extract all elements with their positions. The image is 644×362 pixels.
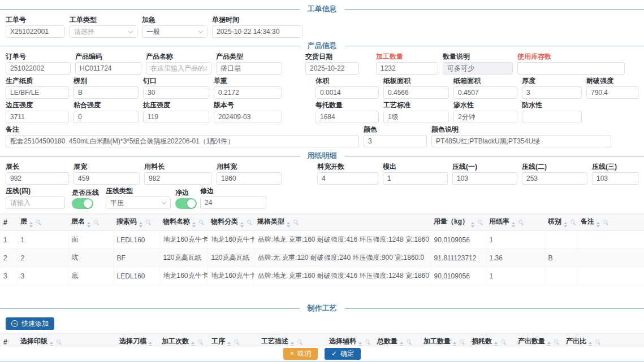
field-label: 产品名称 (146, 53, 211, 60)
seepage-input[interactable] (453, 111, 517, 123)
sort-icon[interactable] (597, 222, 600, 228)
search-icon[interactable] (595, 339, 599, 343)
search-icon[interactable] (365, 339, 369, 343)
box-area-input[interactable] (453, 86, 517, 99)
spread-width-input[interactable] (74, 172, 140, 185)
spread-length-input[interactable] (6, 172, 69, 185)
field-crease-1: 压线(一) (452, 163, 517, 185)
search-icon[interactable] (501, 339, 505, 343)
search-icon[interactable] (460, 339, 464, 343)
table-row[interactable]: 3 3 底 LEDL160 地龙160克牛卡纸 地龙160克牛卡纸 品牌:地龙 … (0, 267, 644, 285)
thickness-input[interactable] (522, 86, 582, 99)
sort-icon[interactable] (87, 222, 90, 228)
col-header-remark[interactable]: 备注 (577, 214, 644, 231)
search-icon[interactable] (554, 339, 558, 343)
crease-type-select[interactable]: 平压 (106, 197, 171, 209)
sort-icon[interactable] (512, 222, 515, 228)
table-row[interactable]: 2 2 坑 BF 120克高瓦纸 120克高瓦纸 品牌:无 克重:120 耐破强… (0, 249, 644, 267)
search-icon[interactable] (407, 339, 410, 343)
sort-icon[interactable] (564, 222, 567, 228)
col-header-spec-type[interactable]: 规格类型 (254, 214, 430, 231)
sort-icon[interactable] (29, 222, 33, 228)
order-no-input[interactable] (6, 62, 71, 75)
col-header-material-class[interactable]: 物料分类 (208, 214, 254, 231)
per-pallet-input[interactable] (315, 111, 379, 123)
doc-time-input[interactable] (212, 25, 302, 38)
color-count-input[interactable] (364, 135, 427, 147)
search-icon[interactable] (234, 339, 238, 343)
col-header-usage-kg[interactable]: 用量（kg） (430, 214, 486, 231)
waterproof-input[interactable] (522, 111, 582, 123)
search-icon[interactable] (478, 220, 482, 224)
col-header-layer-name[interactable]: 层名 (68, 214, 113, 231)
work-order-no-input[interactable] (6, 25, 65, 38)
sort-icon[interactable] (192, 222, 196, 228)
col-header-layer[interactable]: 层 (17, 214, 68, 231)
search-icon[interactable] (247, 220, 251, 224)
is-crease-toggle[interactable] (72, 198, 93, 209)
search-icon[interactable] (518, 220, 522, 224)
work-order-form-page: 工单信息 工单号 工单类型 请选择 加急 一般 单据时间 (0, 0, 644, 362)
quick-add-button[interactable]: 快速添加 (6, 317, 54, 330)
section-divider-product: 产品信息 (0, 41, 644, 50)
field-product-name: 产品名称 (146, 53, 211, 75)
sort-icon[interactable] (287, 222, 290, 228)
table-row[interactable]: 1 1 面 LEDL160 地龙160克牛卡纸 地龙160克牛卡纸 品牌:地龙 … (0, 231, 644, 249)
crease3-input[interactable] (592, 172, 638, 185)
compress-input[interactable] (143, 111, 209, 123)
chevron-down-icon (128, 29, 133, 33)
search-icon[interactable] (293, 220, 297, 224)
edge-crush-input[interactable] (6, 111, 69, 123)
product-type-input[interactable] (216, 62, 282, 75)
col-header-paper-rate[interactable]: 用纸率 (486, 214, 544, 231)
clean-edge-toggle[interactable] (175, 198, 197, 209)
crease2-input[interactable] (522, 172, 587, 185)
urgent-select[interactable]: 一般 (142, 25, 208, 38)
burst-input[interactable] (586, 86, 638, 99)
flute-input[interactable] (74, 86, 139, 99)
sort-icon[interactable] (471, 222, 474, 228)
trim-input[interactable] (200, 197, 266, 209)
search-icon[interactable] (199, 220, 203, 224)
crease4-input[interactable] (6, 197, 65, 209)
search-icon[interactable] (297, 339, 301, 343)
product-name-input[interactable] (146, 62, 211, 75)
col-header-material-name[interactable]: 物料名称 (159, 214, 208, 231)
crease1-input[interactable] (452, 172, 517, 185)
paper-quality-input[interactable] (6, 86, 69, 99)
width-cuts-input[interactable] (317, 172, 378, 185)
search-icon[interactable] (570, 220, 574, 224)
material-length-input[interactable] (144, 172, 212, 185)
search-icon[interactable] (57, 339, 60, 343)
sort-icon[interactable] (139, 222, 142, 228)
work-order-type-select[interactable]: 请选择 (70, 25, 137, 38)
search-icon[interactable] (94, 220, 98, 224)
col-header-search-code[interactable]: 搜索码 (113, 214, 159, 231)
confirm-button[interactable]: ✓ 确定 (325, 348, 361, 360)
volume-input[interactable] (315, 86, 379, 99)
staple-input[interactable] (143, 86, 209, 99)
search-icon[interactable] (36, 220, 40, 224)
use-stock-input[interactable] (517, 62, 625, 75)
search-icon[interactable] (146, 220, 150, 224)
search-icon[interactable] (198, 339, 202, 343)
die-out-input[interactable] (383, 172, 448, 185)
divider-line (345, 308, 644, 309)
unit-weight-input[interactable] (214, 86, 282, 99)
col-header-flute[interactable]: 楞别 (544, 214, 577, 231)
craft-std-input[interactable] (383, 111, 449, 123)
section-title-product: 产品信息 (300, 41, 345, 51)
color-desc-input[interactable] (431, 135, 611, 147)
search-icon[interactable] (603, 220, 607, 224)
cancel-button[interactable]: × 取消 (283, 348, 318, 360)
version-input[interactable] (214, 111, 282, 123)
process-qty-input[interactable] (376, 62, 438, 75)
bond-input[interactable] (74, 111, 139, 123)
board-area-input[interactable] (383, 86, 449, 99)
sort-icon[interactable] (240, 222, 244, 228)
remark-input[interactable] (6, 135, 359, 147)
delivery-date-input[interactable] (305, 62, 359, 75)
field-color-count: 颜色 (364, 125, 427, 147)
material-width-input[interactable] (217, 172, 282, 185)
product-code-input[interactable] (75, 62, 141, 75)
